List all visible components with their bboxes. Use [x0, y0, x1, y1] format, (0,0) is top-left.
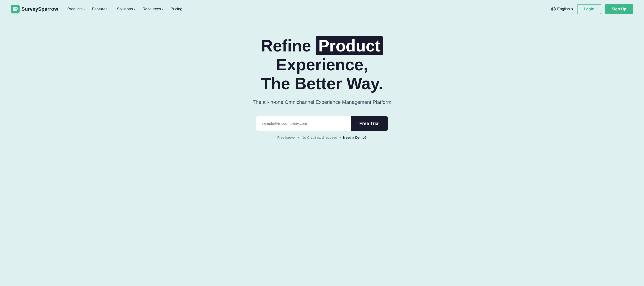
- hero-title: Refine Product Experience, The Better Wa…: [220, 36, 424, 93]
- title-highlight: Product: [316, 36, 383, 55]
- navbar-right: English ▾ Login Sign Up: [551, 4, 633, 14]
- navbar-left: SurveySparrow Products ▾ Features ▾ Solu…: [11, 5, 182, 14]
- free-trial-button[interactable]: Free Trial: [351, 116, 388, 131]
- language-selector[interactable]: English ▾: [551, 6, 574, 12]
- email-input[interactable]: [256, 116, 351, 131]
- title-line2: The Better Way.: [261, 74, 383, 93]
- demo-link[interactable]: Need a Demo?: [343, 136, 367, 139]
- nav-link-features[interactable]: Features ▾: [92, 7, 110, 12]
- title-before: Refine: [261, 37, 311, 55]
- footer-dot2: •: [340, 136, 341, 139]
- email-form: Free Trial: [256, 116, 388, 131]
- chevron-down-icon: ▾: [108, 8, 110, 11]
- nav-link-solutions[interactable]: Solutions ▾: [117, 7, 135, 12]
- chevron-down-icon: ▾: [84, 8, 85, 11]
- footer-part1: Free forever: [277, 136, 296, 139]
- signup-button[interactable]: Sign Up: [605, 4, 633, 14]
- nav-label-solutions: Solutions: [117, 7, 133, 12]
- svg-point-2: [15, 8, 16, 9]
- nav-link-resources[interactable]: Resources ▾: [142, 7, 163, 12]
- nav-links: Products ▾ Features ▾ Solutions ▾ Resour…: [67, 7, 182, 12]
- logo[interactable]: SurveySparrow: [11, 5, 58, 14]
- nav-item-solutions[interactable]: Solutions ▾: [117, 7, 135, 12]
- svg-point-3: [16, 8, 17, 9]
- login-button[interactable]: Login: [577, 4, 601, 14]
- logo-icon: [11, 5, 20, 14]
- nav-label-features: Features: [92, 7, 108, 12]
- nav-link-pricing[interactable]: Pricing: [170, 7, 182, 12]
- footer-dot1: •: [298, 136, 299, 139]
- nav-item-features[interactable]: Features ▾: [92, 7, 110, 12]
- chevron-down-icon: ▾: [571, 7, 574, 12]
- svg-point-1: [14, 8, 14, 9]
- nav-label-products: Products: [67, 7, 82, 12]
- hero-section: Refine Product Experience, The Better Wa…: [0, 18, 644, 153]
- chevron-down-icon: ▾: [134, 8, 135, 11]
- chevron-down-icon: ▾: [162, 8, 163, 11]
- nav-link-products[interactable]: Products ▾: [67, 7, 85, 12]
- nav-item-resources[interactable]: Resources ▾: [142, 7, 163, 12]
- hero-footer: Free forever • No Credit card required •…: [277, 136, 367, 139]
- nav-label-resources: Resources: [142, 7, 161, 12]
- nav-label-pricing: Pricing: [170, 7, 182, 12]
- language-label: English: [557, 7, 570, 12]
- title-after: Experience,: [276, 56, 368, 74]
- nav-item-products[interactable]: Products ▾: [67, 7, 85, 12]
- brand-name: SurveySparrow: [22, 6, 58, 12]
- hero-subtitle: The all-in-one Omnichannel Experience Ma…: [253, 99, 392, 105]
- footer-part2: No Credit card required: [302, 136, 337, 139]
- globe-icon: [551, 6, 556, 12]
- navbar: SurveySparrow Products ▾ Features ▾ Solu…: [0, 0, 644, 18]
- nav-item-pricing[interactable]: Pricing: [170, 7, 182, 12]
